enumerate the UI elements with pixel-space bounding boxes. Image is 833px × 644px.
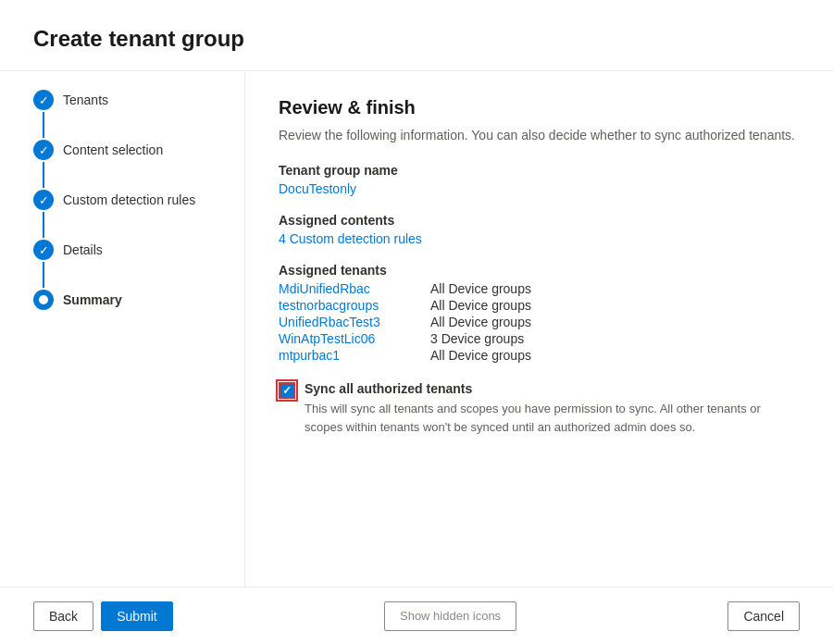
step-label-content-selection: Content selection xyxy=(63,140,163,160)
show-hidden-icons-button[interactable]: Show hidden icons xyxy=(384,601,516,631)
cancel-button[interactable]: Cancel xyxy=(727,601,800,631)
assigned-contents-label: Assigned contents xyxy=(279,213,800,228)
table-row: UnifiedRbacTest3 All Device groups xyxy=(279,315,800,329)
step-label-tenants: Tenants xyxy=(63,90,108,110)
page-title: Create tenant group xyxy=(0,0,833,71)
sync-checkbox-label: Sync all authorized tenants xyxy=(305,381,800,396)
tenant-name-2[interactable]: UnifiedRbacTest3 xyxy=(279,315,417,329)
table-row: mtpurbac1 All Device groups xyxy=(279,348,800,363)
sidebar-item-content-selection[interactable]: ✓ Content selection xyxy=(33,140,244,190)
submit-button[interactable]: Submit xyxy=(101,601,173,631)
tenant-groups-1: All Device groups xyxy=(430,298,531,313)
checkbox-checkmark: ✓ xyxy=(282,385,292,396)
tenant-group-name-link[interactable]: DocuTestonly xyxy=(279,181,356,196)
step-line-1 xyxy=(43,112,44,138)
sidebar-item-tenants[interactable]: ✓ Tenants xyxy=(33,90,244,140)
footer-right: Cancel xyxy=(727,601,800,631)
tenant-name-0[interactable]: MdiUnifiedRbac xyxy=(279,281,417,296)
sidebar-item-details[interactable]: ✓ Details xyxy=(33,240,244,290)
assigned-contents-value: 4 Custom detection rules xyxy=(279,231,800,246)
step-label-details: Details xyxy=(63,240,103,260)
step-line-3 xyxy=(43,212,44,238)
tenant-groups-4: All Device groups xyxy=(430,348,531,363)
tenant-name-4[interactable]: mtpurbac1 xyxy=(279,348,417,363)
step-label-summary: Summary xyxy=(63,290,122,310)
main-panel: Review & finish Review the following inf… xyxy=(245,71,833,587)
step-line-2 xyxy=(43,162,44,188)
sidebar-item-custom-detection-rules[interactable]: ✓ Custom detection rules xyxy=(33,190,244,240)
tenant-group-name-label: Tenant group name xyxy=(279,163,800,178)
tenant-group-name-value: DocuTestonly xyxy=(279,181,800,196)
sync-checkbox[interactable]: ✓ xyxy=(279,382,295,399)
step-circle-details: ✓ xyxy=(33,240,54,260)
tenant-name-3[interactable]: WinAtpTestLic06 xyxy=(279,331,417,346)
review-finish-title: Review & finish xyxy=(279,97,800,118)
step-circle-content-selection: ✓ xyxy=(33,140,54,160)
footer: Back Submit Show hidden icons Cancel xyxy=(0,587,833,644)
table-row: testnorbacgroups All Device groups xyxy=(279,298,800,313)
tenant-name-1[interactable]: testnorbacgroups xyxy=(279,298,417,313)
sync-checkbox-section: ✓ Sync all authorized tenants This will … xyxy=(279,381,800,436)
back-button[interactable]: Back xyxy=(33,601,93,631)
table-row: WinAtpTestLic06 3 Device groups xyxy=(279,331,800,346)
step-label-custom-detection-rules: Custom detection rules xyxy=(63,190,195,210)
sidebar: ✓ Tenants ✓ Content selection xyxy=(0,71,245,587)
assigned-contents-link[interactable]: 4 Custom detection rules xyxy=(279,231,422,246)
sync-checkbox-desc: This will sync all tenants and scopes yo… xyxy=(305,400,800,436)
tenant-groups-3: 3 Device groups xyxy=(430,331,524,346)
step-line-4 xyxy=(43,262,44,288)
step-circle-custom-detection: ✓ xyxy=(33,190,54,210)
footer-left: Back Submit xyxy=(33,601,173,631)
panel-description: Review the following information. You ca… xyxy=(279,128,800,142)
footer-center: Show hidden icons xyxy=(180,601,721,631)
step-circle-summary xyxy=(33,290,54,310)
sync-checkbox-text: Sync all authorized tenants This will sy… xyxy=(305,381,800,436)
step-circle-tenants: ✓ xyxy=(33,90,54,110)
sidebar-item-summary[interactable]: Summary xyxy=(33,290,244,310)
assigned-tenants-label: Assigned tenants xyxy=(279,263,800,278)
table-row: MdiUnifiedRbac All Device groups xyxy=(279,281,800,296)
tenant-table: MdiUnifiedRbac All Device groups testnor… xyxy=(279,281,800,363)
tenant-groups-2: All Device groups xyxy=(430,315,531,329)
tenant-groups-0: All Device groups xyxy=(430,281,531,296)
